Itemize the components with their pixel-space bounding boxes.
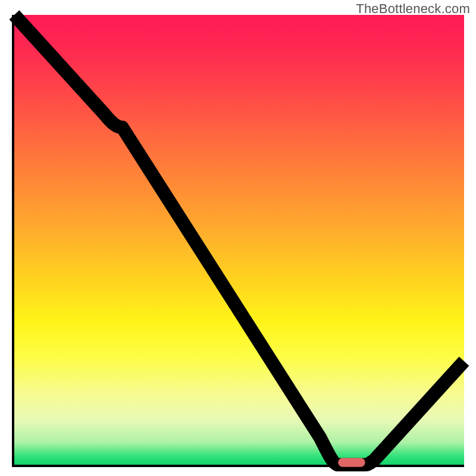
bottleneck-curve [14,15,464,465]
plot-area [12,15,464,467]
chart-svg [14,15,464,465]
chart-container: TheBottleneck.com [0,0,476,476]
optimal-range-marker [338,458,365,467]
